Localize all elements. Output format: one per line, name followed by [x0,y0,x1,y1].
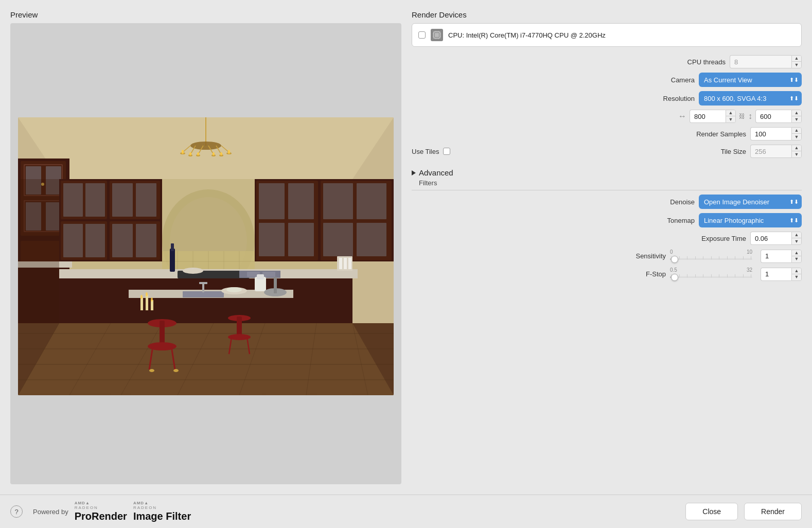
svg-rect-85 [274,277,277,293]
fstop-min-label: 0.5 [670,267,677,273]
fstop-input[interactable] [761,268,791,281]
cpu-threads-up[interactable]: ▲ [792,56,801,62]
svg-rect-32 [63,183,83,217]
device-row: CPU: Intel(R) Core(TM) i7-4770HQ CPU @ 2… [412,23,802,47]
exposure-down[interactable]: ▼ [792,238,801,244]
render-samples-stepper: ▲ ▼ [791,127,802,140]
svg-point-103 [151,297,153,302]
svg-rect-125 [339,258,342,269]
sensitivity-down[interactable]: ▼ [792,256,801,262]
svg-point-81 [226,287,242,292]
height-input-group: ▲ ▼ [755,110,802,123]
svg-rect-98 [140,297,143,310]
device-checkbox[interactable] [418,31,426,39]
svg-point-120 [189,152,191,155]
width-down[interactable]: ▼ [726,116,735,122]
fstop-label: F-Stop [646,270,666,278]
device-cpu-name: CPU: Intel(R) Core(TM) i7-4770HQ CPU @ 2… [448,31,606,39]
resolution-select-wrapper: 800 x 600, SVGA 4:3 ⬆⬇ [699,91,802,105]
use-tiles-label: Use Tiles [412,148,439,155]
svg-point-105 [190,142,221,150]
height-input[interactable] [755,110,791,123]
tick [735,256,735,259]
powered-by-text: Powered by [33,508,68,516]
fstop-row: F-Stop 0.5 32 [412,267,802,281]
tick [695,274,696,277]
denoise-row: Denoise Open Image Denoiser ⬆⬇ [412,195,802,209]
render-samples-input[interactable] [750,127,791,140]
svg-rect-130 [435,33,439,37]
render-samples-up[interactable]: ▲ [792,128,801,134]
tile-size-stepper: ▲ ▼ [791,145,802,158]
fstop-input-group: ▲ ▼ [761,268,802,281]
render-devices-label: Render Devices [412,10,802,19]
sensitivity-stepper: ▲ ▼ [791,250,802,263]
resolution-row: Resolution 800 x 600, SVGA 4:3 ⬆⬇ [412,91,802,105]
tile-size-up[interactable]: ▲ [792,145,801,151]
svg-rect-35 [136,183,156,217]
tick [679,256,680,259]
tick [743,256,744,259]
svg-rect-126 [344,258,347,269]
svg-rect-40 [112,224,133,257]
exposure-up[interactable]: ▲ [792,232,801,238]
fstop-track-container [670,274,752,281]
denoise-select[interactable]: Open Image Denoiser [699,195,802,209]
cpu-threads-input[interactable] [730,55,791,68]
exposure-input[interactable] [750,232,791,245]
camera-label: Camera [671,76,695,84]
advanced-toggle[interactable]: Advanced [412,168,802,177]
close-button[interactable]: Close [685,503,738,520]
sensitivity-input[interactable] [761,250,791,263]
help-button[interactable]: ? [10,505,23,518]
camera-select[interactable]: As Current View [699,73,802,87]
svg-point-121 [220,152,222,155]
height-down[interactable]: ▼ [792,116,801,122]
fstop-up[interactable]: ▲ [792,268,801,274]
tonemap-select[interactable]: Linear Photographic [699,213,802,227]
prorrender-logo: AMD▲ RADEON ProRender [75,501,127,522]
tile-size-down[interactable]: ▼ [792,151,801,157]
resolution-select[interactable]: 800 x 600, SVGA 4:3 [699,91,802,105]
tick [719,274,719,277]
render-samples-down[interactable]: ▼ [792,134,801,140]
height-up[interactable]: ▲ [792,110,801,116]
sensitivity-min-label: 0 [670,249,673,255]
sensitivity-input-group: ▲ ▼ [761,250,802,263]
svg-point-101 [140,295,143,299]
svg-rect-79 [199,282,207,284]
render-button[interactable]: Render [744,503,802,520]
use-tiles-checkbox[interactable] [443,148,450,155]
tick [719,256,719,259]
sensitivity-track-container [670,256,752,263]
fstop-labels: 0.5 32 [670,267,752,273]
svg-rect-39 [85,224,105,257]
settings-form: CPU threads ▲ ▼ Camera As Current View ⬆… [412,55,802,158]
sensitivity-up[interactable]: ▲ [792,250,801,256]
width-stepper: ▲ ▼ [726,110,736,123]
tick [711,256,712,259]
width-input[interactable] [690,110,726,123]
fstop-down[interactable]: ▼ [792,274,801,280]
left-panel: Preview [10,10,401,484]
sensitivity-thumb[interactable] [671,256,678,263]
cpu-threads-down[interactable]: ▼ [792,62,801,68]
kitchen-svg [18,117,394,395]
sensitivity-ticks [670,256,752,259]
width-icon: ↔ [678,112,686,121]
image-filter-radeon-text: RADEON [133,506,191,511]
svg-rect-99 [146,295,148,310]
fstop-thumb[interactable] [671,274,678,281]
cpu-threads-input-group: ▲ ▼ [730,55,802,68]
tile-size-input[interactable] [750,145,791,158]
width-up[interactable]: ▲ [726,110,735,116]
width-input-group: ▲ ▼ [690,110,736,123]
svg-rect-33 [85,183,105,217]
svg-rect-58 [259,183,285,219]
svg-rect-100 [151,300,153,310]
svg-rect-61 [357,183,386,219]
camera-select-wrapper: As Current View ⬆⬇ [699,73,802,87]
tick [727,256,728,259]
svg-point-118 [182,150,184,154]
render-samples-label: Render Samples [696,130,746,138]
